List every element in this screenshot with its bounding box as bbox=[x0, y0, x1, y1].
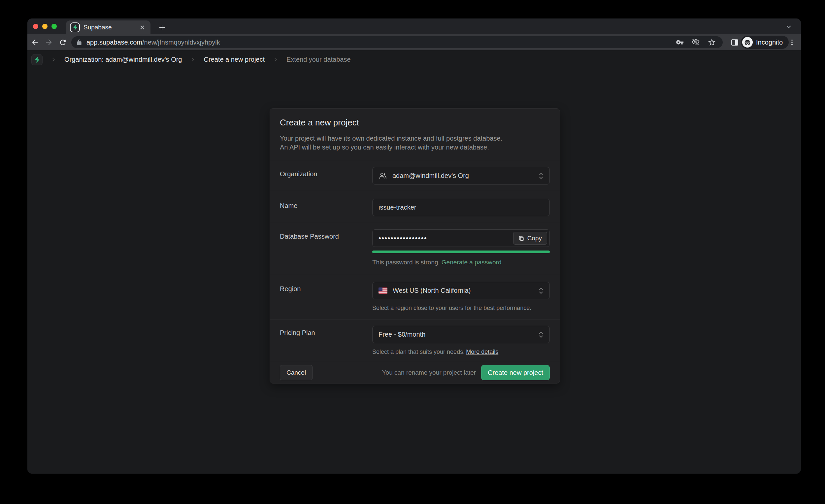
eye-off-icon[interactable] bbox=[692, 38, 700, 47]
supabase-logo[interactable] bbox=[31, 54, 43, 65]
name-label: Name bbox=[280, 199, 372, 216]
fullscreen-window-button[interactable] bbox=[52, 24, 57, 29]
side-panel-icon[interactable] bbox=[730, 37, 740, 47]
breadcrumb-item-extend-database: Extend your database bbox=[287, 56, 351, 63]
lock-icon bbox=[77, 39, 83, 46]
pricing-plan-helper: Select a plan that suits your needs.More… bbox=[372, 349, 550, 355]
organization-label: Organization bbox=[280, 167, 372, 185]
breadcrumb-chevron-icon bbox=[191, 57, 195, 62]
region-helper: Select a region close to your users for … bbox=[372, 305, 550, 311]
url-path: /new/jfnsmqoynldvxjyhpylk bbox=[142, 39, 220, 46]
organization-value: adam@windmill.dev's Org bbox=[392, 172, 469, 179]
copy-label: Copy bbox=[527, 235, 542, 242]
pricing-plan-row: Pricing Plan Free - $0/month Select a pl… bbox=[270, 319, 560, 362]
new-tab-button[interactable] bbox=[157, 22, 167, 33]
breadcrumb-item-create-project[interactable]: Create a new project bbox=[204, 56, 265, 63]
tab-supabase[interactable]: Supabase bbox=[66, 20, 150, 34]
card-description: Your project will have its own dedicated… bbox=[280, 134, 550, 152]
breadcrumb-chevron-icon bbox=[51, 57, 56, 62]
incognito-icon bbox=[742, 37, 753, 48]
url-domain: app.supabase.com bbox=[86, 39, 142, 46]
copy-icon bbox=[518, 235, 524, 241]
incognito-label: Incognito bbox=[756, 39, 783, 46]
name-input[interactable]: issue-tracker bbox=[372, 199, 550, 216]
password-label: Database Password bbox=[280, 229, 372, 266]
reload-button[interactable] bbox=[58, 37, 68, 47]
key-icon[interactable] bbox=[676, 38, 684, 47]
supabase-bolt-icon bbox=[72, 25, 78, 30]
bookmark-star-icon[interactable] bbox=[707, 38, 716, 47]
rename-note: You can rename your project later bbox=[382, 369, 476, 376]
card-description-line1: Your project will have its own dedicated… bbox=[280, 134, 550, 143]
name-row: Name issue-tracker bbox=[270, 191, 560, 223]
chevron-updown-icon bbox=[538, 331, 543, 339]
region-label: Region bbox=[280, 282, 372, 311]
password-helper: This password is strong.Generate a passw… bbox=[372, 259, 550, 266]
page-title: Create a new project bbox=[280, 118, 550, 128]
region-value: West US (North California) bbox=[393, 287, 470, 294]
back-button[interactable] bbox=[30, 37, 40, 47]
region-select[interactable]: West US (North California) bbox=[372, 282, 550, 299]
url-text: app.supabase.com/new/jfnsmqoynldvxjyhpyl… bbox=[86, 39, 220, 46]
password-strength-text: This password is strong. bbox=[372, 259, 440, 266]
create-project-card: Create a new project Your project will h… bbox=[270, 108, 560, 383]
card-footer: Cancel You can rename your project later… bbox=[270, 362, 560, 383]
address-bar[interactable]: app.supabase.com/new/jfnsmqoynldvxjyhpyl… bbox=[71, 36, 723, 48]
us-flag-icon bbox=[378, 287, 387, 294]
tab-strip: Supabase bbox=[27, 18, 801, 34]
minimize-window-button[interactable] bbox=[42, 24, 48, 29]
breadcrumb: Organization: adam@windmill.dev's Org Cr… bbox=[27, 50, 801, 69]
breadcrumb-item-organization[interactable]: Organization: adam@windmill.dev's Org bbox=[64, 56, 182, 63]
organization-row: Organization adam@windmill.dev's Org bbox=[270, 161, 560, 191]
password-input[interactable]: •••••••••••••••• Copy bbox=[372, 229, 550, 247]
password-row: Database Password •••••••••••••••• Copy bbox=[270, 223, 560, 274]
card-description-line2: An API will be set up so you can easily … bbox=[280, 143, 550, 152]
supabase-page: Organization: adam@windmill.dev's Org Cr… bbox=[27, 50, 801, 474]
tabstrip-chevron-down-icon[interactable] bbox=[785, 23, 792, 30]
pricing-plan-value: Free - $0/month bbox=[378, 331, 425, 338]
password-strength-bar bbox=[372, 250, 550, 253]
browser-window: Supabase app.supabase.com/new/jfn bbox=[27, 18, 801, 474]
pricing-plan-select[interactable]: Free - $0/month bbox=[372, 326, 550, 343]
browser-toolbar: app.supabase.com/new/jfnsmqoynldvxjyhpyl… bbox=[27, 34, 801, 50]
chevron-updown-icon bbox=[538, 172, 543, 180]
breadcrumb-chevron-icon bbox=[273, 57, 278, 62]
more-details-link[interactable]: More details bbox=[466, 349, 498, 355]
tab-close-icon[interactable] bbox=[138, 23, 147, 32]
card-header: Create a new project Your project will h… bbox=[270, 109, 560, 161]
close-window-button[interactable] bbox=[33, 24, 38, 29]
region-row: Region West US (North California) Select… bbox=[270, 274, 560, 319]
users-icon bbox=[378, 172, 387, 180]
generate-password-link[interactable]: Generate a password bbox=[442, 259, 502, 266]
forward-button[interactable] bbox=[44, 37, 54, 47]
name-value: issue-tracker bbox=[378, 204, 416, 211]
pricing-plan-label: Pricing Plan bbox=[280, 326, 372, 355]
chevron-updown-icon bbox=[538, 286, 543, 295]
tab-title: Supabase bbox=[83, 24, 112, 31]
incognito-badge: Incognito bbox=[741, 35, 789, 49]
organization-select[interactable]: adam@windmill.dev's Org bbox=[372, 167, 550, 185]
cancel-button[interactable]: Cancel bbox=[280, 365, 312, 380]
browser-menu-icon[interactable] bbox=[787, 37, 797, 47]
supabase-favicon bbox=[70, 22, 80, 32]
password-masked-value: •••••••••••••••• bbox=[378, 234, 427, 242]
copy-password-button[interactable]: Copy bbox=[513, 232, 547, 244]
create-new-project-button[interactable]: Create new project bbox=[481, 365, 550, 380]
pricing-plan-helper-text: Select a plan that suits your needs. bbox=[372, 349, 465, 355]
